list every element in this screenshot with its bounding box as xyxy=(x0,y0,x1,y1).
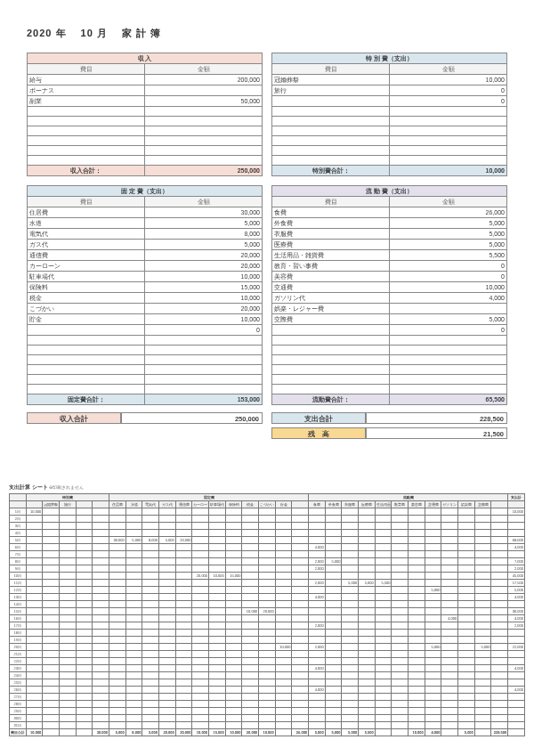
daily-cell: 17,500 xyxy=(508,580,525,587)
daily-cell xyxy=(93,651,109,658)
fixed-sum-label: 固定費合計： xyxy=(28,394,145,405)
item-amount: 50,000 xyxy=(145,96,263,107)
daily-cell xyxy=(125,665,142,672)
daily-cell xyxy=(192,622,209,630)
daily-cell xyxy=(359,508,376,516)
daily-cell xyxy=(242,687,259,694)
daily-cell xyxy=(175,551,192,558)
item-label xyxy=(272,365,390,375)
daily-cell xyxy=(325,694,342,701)
daily-cell xyxy=(275,530,292,537)
daily-cell xyxy=(175,573,192,580)
daily-cell xyxy=(425,594,441,601)
daily-cell xyxy=(259,573,276,580)
daily-cell xyxy=(309,608,326,615)
daily-cell xyxy=(292,658,309,665)
daily-date: 30日 xyxy=(10,715,27,722)
daily-cell xyxy=(93,516,109,523)
daily-cell xyxy=(409,551,425,558)
daily-cell xyxy=(225,601,242,608)
daily-cell xyxy=(60,622,77,630)
daily-cell xyxy=(292,608,309,615)
daily-cell xyxy=(375,537,392,544)
daily-cell xyxy=(342,708,359,715)
daily-cell: 20,000 xyxy=(192,573,209,580)
daily-cell xyxy=(275,558,292,565)
variable-header: 流 動 費（支出） xyxy=(272,186,507,197)
daily-cell xyxy=(441,516,458,523)
daily-cell xyxy=(192,523,209,530)
daily-cell xyxy=(275,551,292,558)
daily-cell xyxy=(392,537,409,544)
daily-cell xyxy=(125,694,142,701)
daily-cell xyxy=(259,537,276,544)
daily-cell: 4,000 xyxy=(508,615,525,622)
daily-cell xyxy=(142,608,159,615)
daily-cell xyxy=(125,715,142,722)
daily-cell xyxy=(458,694,475,701)
daily-cell xyxy=(425,516,441,523)
daily-cell xyxy=(125,687,142,694)
daily-cell xyxy=(192,537,209,544)
daily-cell xyxy=(474,679,491,687)
item-amount: 8,000 xyxy=(145,229,263,240)
item-label: 駐車場代 xyxy=(28,272,145,282)
daily-cell xyxy=(275,694,292,701)
daily-cell xyxy=(142,708,159,715)
daily-cell xyxy=(60,573,77,580)
daily-cell xyxy=(125,637,142,644)
item-label: ガソリン代 xyxy=(272,293,390,304)
daily-cell xyxy=(76,587,93,594)
daily-col-header: ガソリン xyxy=(441,501,458,508)
daily-date: 10日 xyxy=(10,573,27,580)
daily-cell xyxy=(159,708,176,715)
daily-cell xyxy=(392,580,409,587)
daily-cell xyxy=(192,608,209,615)
daily-cell xyxy=(342,715,359,722)
daily-cell xyxy=(375,523,392,530)
daily-cell: 10,000 xyxy=(508,508,525,516)
daily-cell xyxy=(491,594,508,601)
daily-cell xyxy=(259,687,276,694)
daily-cell xyxy=(508,637,525,644)
daily-cell xyxy=(458,679,475,687)
daily-cell xyxy=(225,687,242,694)
daily-sum-cell xyxy=(392,729,409,736)
item-amount xyxy=(390,156,507,166)
daily-cell xyxy=(392,672,409,679)
item-label: 水道 xyxy=(28,218,145,229)
daily-cell: 4,000 xyxy=(508,544,525,551)
daily-cell xyxy=(275,544,292,551)
daily-cell xyxy=(159,687,176,694)
daily-cell: 4,000 xyxy=(441,615,458,622)
daily-cell xyxy=(342,651,359,658)
daily-cell: 5,000 xyxy=(425,587,441,594)
daily-cell xyxy=(76,658,93,665)
daily-cell xyxy=(159,644,176,651)
daily-cell xyxy=(292,679,309,687)
daily-cell xyxy=(109,594,126,601)
daily-cell xyxy=(125,701,142,708)
daily-cell xyxy=(175,672,192,679)
daily-cell xyxy=(342,687,359,694)
daily-date: 29日 xyxy=(10,708,27,715)
item-amount xyxy=(390,355,507,365)
daily-cell xyxy=(359,644,376,651)
daily-cell xyxy=(325,644,342,651)
daily-cell xyxy=(93,658,109,665)
daily-cell xyxy=(60,672,77,679)
daily-cell xyxy=(125,708,142,715)
daily-cell: 4,000 xyxy=(309,544,326,551)
daily-cell xyxy=(209,551,226,558)
item-label xyxy=(28,365,145,375)
item-label: 給与 xyxy=(28,75,145,85)
daily-cell xyxy=(425,722,441,729)
daily-cell xyxy=(225,508,242,516)
daily-cell xyxy=(375,708,392,715)
item-label xyxy=(272,96,390,107)
item-label xyxy=(272,355,390,365)
daily-cell xyxy=(93,637,109,644)
item-amount: 10,000 xyxy=(145,272,263,282)
daily-cell xyxy=(159,608,176,615)
daily-cell: 4,000 xyxy=(309,665,326,672)
